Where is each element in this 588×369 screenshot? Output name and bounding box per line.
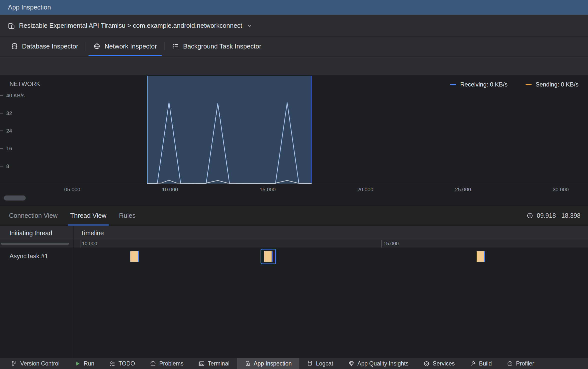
branch-icon: [11, 360, 17, 367]
thread-column-scrollbar-thumb[interactable]: [1, 243, 69, 245]
toolbar-button-app-quality-insights[interactable]: App Quality Insights: [341, 358, 416, 369]
series-receiving: [147, 102, 312, 184]
clock-icon: [527, 212, 533, 219]
process-selector-bar: Resizable Experimental API Tiramisu > co…: [0, 15, 588, 36]
x-axis-tick-label: 15.000: [260, 186, 276, 192]
globe-icon: [93, 43, 100, 50]
toolbar-button-label: Run: [84, 360, 94, 367]
toolbar-button-label: Services: [433, 360, 455, 367]
tab-thread-view[interactable]: Thread View: [67, 206, 110, 226]
toolbar-button-label: Problems: [159, 360, 183, 367]
todo-icon: [109, 360, 115, 367]
toolbar-button-label: Terminal: [208, 360, 230, 367]
tab-label: Connection View: [9, 212, 58, 220]
toolbar-button-label: App Quality Insights: [357, 360, 409, 367]
tab-label: Network Inspector: [104, 42, 157, 50]
tool-window-bar: Version Control Run TODO Problems Termin…: [0, 358, 588, 369]
x-axis-tick-label: 30.000: [553, 186, 569, 192]
toolbar-button-services[interactable]: Services: [416, 358, 462, 369]
toolbar-button-terminal[interactable]: Terminal: [191, 358, 237, 369]
android-studio-app-inspection: App Inspection Resizable Experimental AP…: [0, 0, 588, 369]
toolbar-button-todo[interactable]: TODO: [102, 358, 142, 369]
x-axis-tick-label: 25.000: [455, 186, 471, 192]
timeline-tick-label: 10.000: [82, 241, 97, 246]
toolbar-button-label: App Inspection: [254, 360, 292, 367]
profiler-icon: [507, 360, 513, 367]
tool-window-title: App Inspection: [8, 4, 51, 11]
terminal-icon: [199, 360, 205, 367]
tab-connection-view[interactable]: Connection View: [5, 206, 61, 226]
database-icon: [11, 43, 18, 50]
build-icon: [470, 360, 476, 367]
insights-icon: [348, 360, 354, 367]
thread-row-label[interactable]: AsyncTask #1: [9, 252, 48, 260]
toolbar-button-label: Version Control: [20, 360, 59, 367]
network-usage-chart[interactable]: 40 KB/s3224168: [0, 76, 588, 184]
connection-block[interactable]: [130, 251, 139, 262]
chart-horizontal-scrollbar-thumb[interactable]: [4, 196, 26, 200]
tab-database-inspector[interactable]: Database Inspector: [3, 36, 86, 56]
toolbar-button-label: TODO: [118, 360, 135, 367]
toolbar-button-app-inspection[interactable]: App Inspection: [237, 358, 299, 369]
timeline-tick-mark: [381, 240, 382, 248]
toolbar-button-label: Profiler: [516, 360, 534, 367]
toolbar-button-label: Logcat: [316, 360, 333, 367]
selected-time-range: 09.918 - 18.398: [527, 206, 581, 226]
checklist-icon: [172, 43, 179, 50]
logcat-icon: [307, 360, 313, 367]
tab-rules[interactable]: Rules: [115, 206, 139, 226]
tab-background-task-inspector[interactable]: Background Task Inspector: [165, 36, 269, 56]
toolbar-button-build[interactable]: Build: [462, 358, 499, 369]
timeline-tick-mark: [80, 240, 80, 248]
connection-block[interactable]: [477, 251, 485, 262]
problems-icon: [150, 360, 156, 367]
network-chart-panel: NETWORK Receiving: 0 KB/s Sending: 0 KB/…: [0, 75, 588, 206]
tab-label: Database Inspector: [22, 42, 78, 50]
app-inspection-icon: [245, 360, 251, 367]
resizable-device-icon: [7, 22, 15, 30]
x-axis-tick-label: 10.000: [162, 186, 178, 192]
column-resize-divider[interactable]: [73, 226, 74, 358]
time-range-label: 09.918 - 18.398: [537, 212, 581, 219]
toolbar-button-profiler[interactable]: Profiler: [499, 358, 542, 369]
tab-label: Background Task Inspector: [183, 42, 261, 50]
column-header-initiating-thread: Initiating thread: [9, 229, 52, 236]
tool-window-titlebar[interactable]: App Inspection: [0, 0, 588, 15]
tab-label: Thread View: [70, 212, 107, 220]
toolbar-button-label: Build: [479, 360, 492, 367]
process-selector-label[interactable]: Resizable Experimental API Tiramisu > co…: [19, 22, 242, 30]
column-header-timeline: Timeline: [80, 229, 104, 236]
detail-tabs-bar: Connection View Thread View Rules 09.918…: [0, 206, 588, 226]
tab-label: Rules: [119, 212, 135, 220]
toolbar-button-logcat[interactable]: Logcat: [299, 358, 341, 369]
connection-block-selected[interactable]: [261, 249, 276, 264]
thread-timeline-area[interactable]: [74, 248, 588, 358]
connection-block: [264, 251, 273, 262]
toolbar-button-version-control[interactable]: Version Control: [3, 358, 67, 369]
thread-table-header: Initiating thread Timeline: [0, 226, 588, 240]
x-axis: 05.00010.00015.00020.00025.00030.000: [0, 184, 588, 195]
toolbar-button-run[interactable]: Run: [67, 358, 102, 369]
chart-series-svg: [0, 76, 588, 184]
x-axis-tick-label: 05.000: [64, 186, 80, 192]
chevron-down-icon[interactable]: [246, 22, 253, 29]
thread-table-body: AsyncTask #1: [0, 248, 588, 358]
tab-network-inspector[interactable]: Network Inspector: [86, 36, 164, 56]
toolbar-button-problems[interactable]: Problems: [142, 358, 191, 369]
timeline-axis-row: 10.000 15.000: [0, 240, 588, 248]
inspector-toolbar: [0, 56, 588, 75]
services-icon: [423, 360, 430, 367]
inspector-tabs: Database Inspector Network Inspector Bac…: [0, 36, 588, 56]
x-axis-tick-label: 20.000: [357, 186, 373, 192]
timeline-tick-label: 15.000: [383, 241, 399, 246]
run-icon: [74, 360, 81, 367]
